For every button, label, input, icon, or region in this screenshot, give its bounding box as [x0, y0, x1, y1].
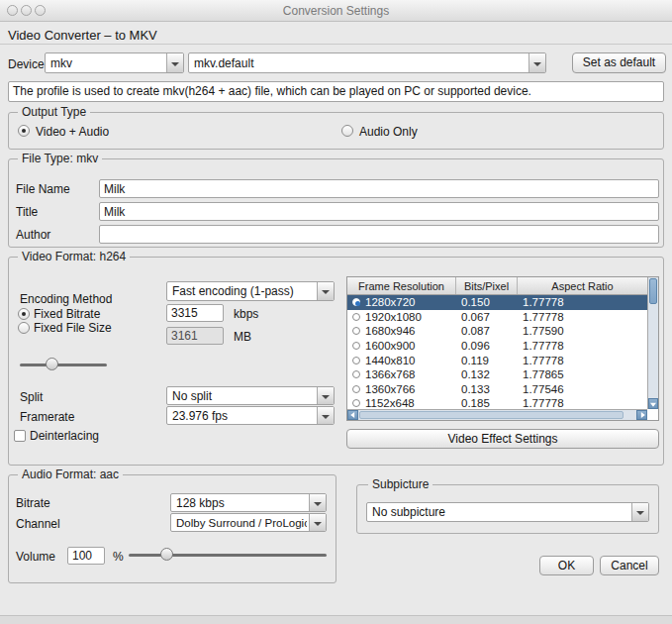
video-audio-radio-label[interactable]: Video + Audio — [36, 125, 109, 139]
conversion-settings-window: Conversion Settings Video Converter – to… — [0, 0, 672, 624]
table-header: Frame Resolution Bits/Pixel Aspect Ratio — [347, 277, 647, 295]
split-label: Split — [20, 390, 43, 404]
vertical-scrollbar[interactable] — [647, 277, 658, 409]
video-audio-radio[interactable] — [18, 125, 30, 137]
horizontal-scrollbar-thumb[interactable] — [359, 411, 624, 419]
column-aspect-ratio[interactable]: Aspect Ratio — [518, 277, 647, 294]
device-select-value: mkv — [50, 56, 164, 70]
audio-only-radio[interactable] — [341, 125, 353, 137]
cell-aspect: 1.77778 — [518, 296, 647, 308]
author-input[interactable] — [99, 225, 659, 244]
file-size-unit: MB — [234, 330, 251, 344]
device-label: Device — [8, 57, 45, 71]
chevron-down-icon — [166, 53, 183, 72]
cell-bits: 0.119 — [456, 355, 518, 366]
file-size-input — [166, 327, 224, 345]
chevron-down-icon — [309, 514, 326, 531]
deinterlacing-checkbox[interactable] — [14, 430, 26, 442]
set-as-default-button[interactable]: Set as default — [572, 52, 666, 73]
row-radio-icon — [352, 370, 360, 378]
audio-bitrate-value: 128 kbps — [176, 496, 307, 510]
header-divider — [0, 44, 672, 45]
fixed-bitrate-radio[interactable] — [18, 308, 30, 320]
table-row[interactable]: 1360x766 0.133 1.77546 — [347, 382, 647, 397]
fixed-file-size-radio-label[interactable]: Fixed File Size — [34, 321, 112, 335]
fixed-file-size-radio[interactable] — [18, 322, 30, 334]
profile-select[interactable]: mkv.default — [188, 52, 546, 73]
audio-bitrate-select[interactable]: 128 kbps — [170, 493, 327, 512]
scroll-right-icon[interactable] — [636, 410, 647, 420]
slider-track[interactable] — [20, 364, 107, 366]
slider-track[interactable] — [129, 554, 327, 557]
cell-aspect: 1.77865 — [518, 368, 647, 380]
chevron-down-icon — [309, 494, 326, 511]
column-bits-pixel[interactable]: Bits/Pixel — [456, 277, 518, 294]
device-select[interactable]: mkv — [45, 52, 184, 73]
table-row[interactable]: 1600x900 0.096 1.77778 — [347, 339, 647, 354]
volume-label: Volume — [16, 550, 55, 564]
video-effect-settings-button[interactable]: Video Effect Settings — [346, 429, 659, 449]
cell-aspect: 1.77778 — [518, 311, 647, 323]
file-name-label: File Name — [16, 182, 70, 196]
channel-select-value: Dolby Surround / ProLogic — [176, 517, 307, 529]
row-radio-icon — [352, 327, 360, 335]
cell-resolution: 1366x768 — [365, 368, 416, 380]
chevron-down-icon — [631, 503, 648, 521]
cancel-button[interactable]: Cancel — [600, 556, 659, 575]
row-radio-icon — [352, 385, 360, 393]
title-label: Title — [16, 205, 38, 219]
cell-bits: 0.133 — [456, 383, 518, 395]
encoding-method-value: Fast encoding (1-pass) — [172, 284, 315, 298]
scroll-down-icon[interactable] — [648, 398, 658, 409]
table-row[interactable]: 1366x768 0.132 1.77865 — [347, 367, 647, 382]
deinterlacing-checkbox-label[interactable]: Deinterlacing — [30, 429, 99, 443]
ok-button[interactable]: OK — [539, 556, 594, 575]
scroll-left-icon[interactable] — [347, 410, 358, 420]
encoding-method-label: Encoding Method — [20, 292, 112, 306]
encoding-method-select[interactable]: Fast encoding (1-pass) — [166, 281, 335, 301]
table-row[interactable]: 1440x810 0.119 1.77778 — [347, 353, 647, 367]
vertical-scrollbar-thumb[interactable] — [649, 278, 657, 304]
table-body: 1280x720 0.150 1.77778 1920x1080 0.067 1… — [347, 295, 647, 409]
cell-bits: 0.150 — [456, 296, 518, 308]
audio-format-group-label: Audio Format: aac — [18, 468, 123, 481]
cell-bits: 0.185 — [456, 397, 518, 409]
column-frame-resolution[interactable]: Frame Resolution — [347, 277, 456, 294]
video-quality-slider[interactable] — [20, 358, 107, 371]
volume-slider[interactable] — [129, 547, 327, 563]
cell-aspect: 1.77590 — [518, 325, 647, 337]
cell-resolution: 1680x946 — [365, 325, 416, 337]
volume-input[interactable] — [67, 547, 105, 565]
channel-select[interactable]: Dolby Surround / ProLogic — [170, 513, 327, 532]
cell-resolution: 1600x900 — [365, 340, 416, 352]
audio-bitrate-label: Bitrate — [16, 496, 50, 510]
file-type-group-label: File Type: mkv — [18, 152, 102, 165]
row-radio-icon — [352, 342, 360, 350]
split-select-value: No split — [172, 389, 315, 403]
subpicture-select[interactable]: No subpicture — [366, 502, 649, 522]
row-radio-icon — [352, 399, 360, 407]
table-row[interactable]: 1152x648 0.185 1.77778 — [347, 396, 647, 409]
chevron-down-icon — [528, 53, 545, 72]
slider-thumb[interactable] — [160, 548, 173, 561]
cell-aspect: 1.77546 — [518, 383, 647, 395]
audio-only-radio-label[interactable]: Audio Only — [359, 125, 418, 139]
slider-thumb[interactable] — [46, 358, 58, 370]
profile-select-value: mkv.default — [194, 56, 527, 70]
table-row[interactable]: 1280x720 0.150 1.77778 — [347, 295, 647, 310]
file-name-input[interactable] — [99, 179, 659, 198]
table-row[interactable]: 1920x1080 0.067 1.77778 — [347, 310, 647, 325]
row-radio-icon — [352, 298, 360, 306]
channel-label: Channel — [16, 517, 60, 531]
fixed-bitrate-radio-label[interactable]: Fixed Bitrate — [34, 307, 100, 321]
cell-aspect: 1.77778 — [518, 397, 647, 409]
framerate-select[interactable]: 23.976 fps — [166, 406, 335, 425]
chevron-down-icon — [317, 282, 334, 300]
cell-resolution: 1920x1080 — [365, 311, 422, 323]
title-input[interactable] — [99, 202, 659, 221]
table-row[interactable]: 1680x946 0.087 1.77590 — [347, 324, 647, 339]
output-type-group-label: Output Type — [18, 105, 90, 119]
horizontal-scrollbar[interactable] — [347, 409, 647, 420]
video-bitrate-input[interactable] — [166, 304, 224, 322]
split-select[interactable]: No split — [166, 386, 335, 405]
